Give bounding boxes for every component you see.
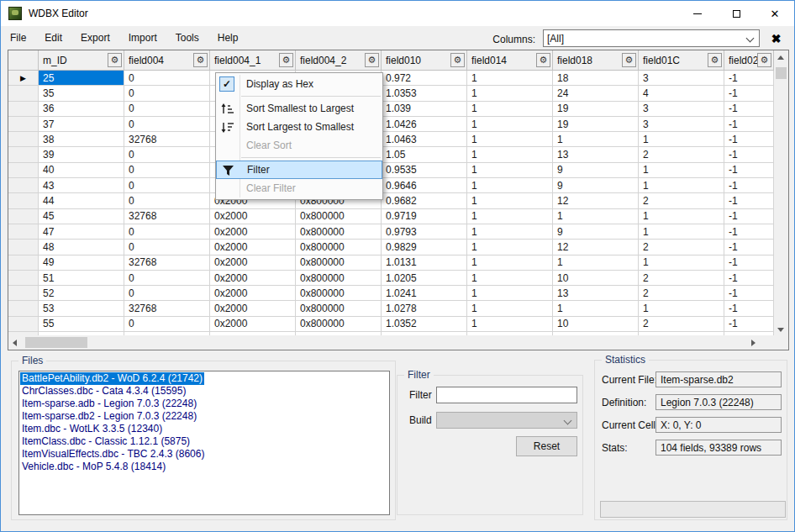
grid-cell[interactable]: -1 (724, 117, 774, 132)
grid-cell[interactable]: 48 (39, 240, 124, 255)
grid-cell[interactable]: 0 (124, 117, 210, 132)
close-button[interactable]: ✕ (756, 1, 794, 26)
grid-cell[interactable]: 53 (39, 301, 124, 316)
grid-cell[interactable]: 3 (639, 117, 724, 132)
scroll-down-icon[interactable] (777, 328, 784, 332)
vertical-scroll-thumb[interactable] (776, 67, 787, 79)
column-gear-button[interactable]: ⚙ (757, 53, 771, 67)
grid-cell[interactable]: 1 (553, 209, 639, 224)
row-header[interactable] (8, 163, 39, 178)
grid-cell[interactable]: 0 (124, 163, 210, 178)
row-header[interactable] (8, 178, 39, 193)
grid-cell[interactable]: 32768 (124, 132, 210, 147)
grid-cell[interactable]: 38 (39, 132, 124, 147)
grid-cell[interactable]: 10 (553, 271, 639, 286)
grid-cell[interactable]: 0 (124, 271, 210, 286)
scroll-right-icon[interactable] (751, 340, 756, 346)
grid-cell[interactable]: 1.0426 (382, 117, 467, 132)
list-item[interactable]: ItemVisualEffects.dbc - TBC 2.4.3 (8606) (19, 448, 389, 461)
column-gear-button[interactable]: ⚙ (536, 53, 550, 67)
horizontal-scroll-thumb[interactable] (25, 337, 87, 348)
grid-cell[interactable]: 1 (467, 224, 553, 240)
grid-cell[interactable]: -1 (724, 301, 774, 316)
column-gear-button[interactable]: ⚙ (279, 53, 293, 67)
menu-edit[interactable]: Edit (35, 26, 71, 50)
grid-cell[interactable]: -1 (724, 317, 774, 332)
grid-cell[interactable]: 1 (639, 224, 724, 240)
grid-cell[interactable]: 0 (124, 224, 210, 240)
list-item[interactable]: BattlePetAbility.db2 - WoD 6.2.4 (21742) (19, 372, 389, 385)
scroll-up-icon[interactable] (777, 55, 784, 60)
grid-cell[interactable]: 45 (39, 209, 124, 224)
grid-cell[interactable]: 0 (124, 71, 210, 86)
grid-cell[interactable]: 1.0352 (382, 317, 467, 332)
grid-cell[interactable]: 19 (553, 117, 639, 132)
grid-cell[interactable]: 1 (467, 132, 553, 147)
column-header-field004[interactable]: field004⚙ (124, 50, 210, 71)
grid-cell[interactable]: 1 (553, 132, 639, 147)
column-header-field010[interactable]: field010⚙ (382, 50, 467, 71)
grid-cell[interactable]: -1 (724, 240, 774, 255)
grid-cell[interactable]: 0x800000 (296, 240, 382, 255)
grid-cell[interactable]: 1.0353 (382, 86, 467, 101)
grid-cell[interactable]: 9 (553, 163, 639, 178)
grid-cell[interactable]: -1 (724, 132, 774, 147)
grid-cell[interactable]: -1 (724, 71, 774, 86)
grid-cell[interactable]: 0x2000 (210, 317, 296, 332)
grid-cell[interactable]: 2 (639, 240, 724, 255)
grid-cell[interactable]: 0.972 (382, 71, 467, 86)
grid-cell[interactable]: -1 (724, 147, 774, 162)
grid-cell[interactable]: 36 (39, 102, 124, 117)
grid-cell[interactable]: 0 (124, 193, 210, 208)
grid-cell[interactable]: 1 (467, 86, 553, 101)
grid-cell[interactable]: 1 (639, 301, 724, 316)
grid-cell[interactable]: 1.039 (382, 102, 467, 117)
grid-cell[interactable]: 0 (124, 147, 210, 162)
grid-cell[interactable]: 0x2000 (210, 240, 296, 255)
menu-tools[interactable]: Tools (166, 26, 208, 50)
grid-cell[interactable]: 0x2000 (210, 271, 296, 286)
grid-cell[interactable]: 35 (39, 86, 124, 101)
grid-cell[interactable]: 2 (639, 193, 724, 208)
menu-help[interactable]: Help (208, 26, 248, 50)
reset-button[interactable]: Reset (516, 436, 577, 456)
vertical-scrollbar[interactable] (774, 50, 788, 337)
grid-cell[interactable]: 0x800000 (296, 209, 382, 224)
grid-cell[interactable]: 47 (39, 224, 124, 240)
grid-cell[interactable]: -1 (724, 209, 774, 224)
list-item[interactable]: Item-sparse.db2 - Legion 7.0.3 (22248) (19, 410, 389, 423)
grid-cell[interactable]: 0.9682 (382, 193, 467, 208)
menu-export[interactable]: Export (71, 26, 119, 50)
grid-cell[interactable]: 0 (124, 86, 210, 101)
grid-cell[interactable]: 0x2000 (210, 224, 296, 240)
column-header-field018[interactable]: field018⚙ (553, 50, 639, 71)
grid-cell[interactable]: -1 (724, 102, 774, 117)
row-header[interactable] (8, 132, 39, 147)
grid-cell[interactable]: 19 (553, 102, 639, 117)
horizontal-scrollbar[interactable] (8, 335, 774, 350)
grid-cell[interactable]: 32768 (124, 255, 210, 271)
grid-cell[interactable]: 1 (639, 178, 724, 193)
grid-cell[interactable]: 0.9646 (382, 178, 467, 193)
grid-cell[interactable]: 0x2000 (210, 255, 296, 271)
column-header-field020[interactable]: field020⚙ (724, 50, 774, 71)
menu-file[interactable]: File (1, 26, 35, 50)
grid-cell[interactable]: 1 (639, 255, 724, 271)
column-gear-button[interactable]: ⚙ (365, 53, 379, 67)
grid-cell[interactable]: -1 (724, 271, 774, 286)
grid-cell[interactable]: 1 (467, 301, 553, 316)
grid-cell[interactable]: 0x800000 (296, 301, 382, 316)
grid-cell[interactable]: 1 (639, 132, 724, 147)
column-header-m_ID[interactable]: m_ID⚙ (39, 50, 124, 71)
column-gear-button[interactable]: ⚙ (193, 53, 208, 67)
grid-cell[interactable]: -1 (724, 178, 774, 193)
column-gear-button[interactable]: ⚙ (108, 53, 122, 67)
columns-clear-button[interactable]: ✖ (766, 29, 786, 47)
grid-cell[interactable]: 0 (124, 178, 210, 193)
grid-cell[interactable]: 0x800000 (296, 286, 382, 301)
grid-cell[interactable]: 1.0463 (382, 132, 467, 147)
row-header[interactable] (8, 147, 39, 162)
grid-cell[interactable]: 55 (39, 317, 124, 332)
grid-cell[interactable]: 0x800000 (296, 317, 382, 332)
grid-cell[interactable]: 0 (124, 240, 210, 255)
